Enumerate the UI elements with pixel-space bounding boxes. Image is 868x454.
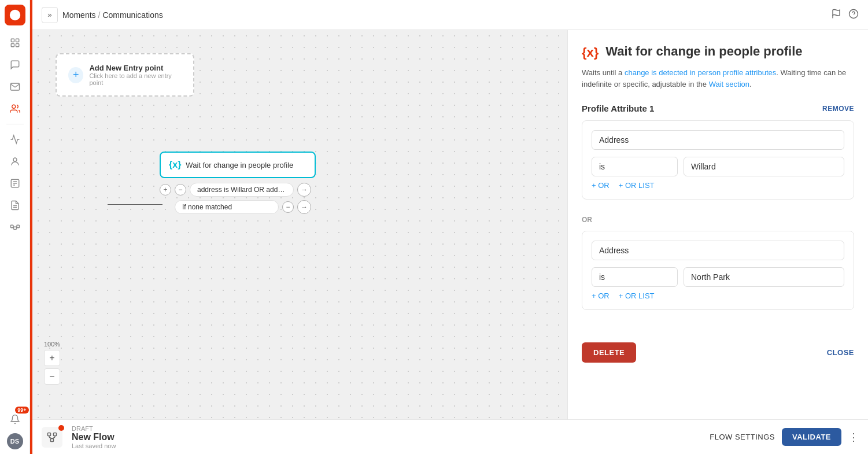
svg-rect-3 [16, 39, 19, 42]
svg-rect-24 [51, 438, 54, 441]
attribute-1-field-row: Address Email First Name Last Name Phone [592, 130, 844, 150]
delete-button[interactable]: DELETE [582, 342, 636, 363]
attribute-1-field-select-wrap: Address Email First Name Last Name Phone [592, 130, 844, 150]
branch-item-1: + − address is Willard OR address i... → [160, 183, 316, 197]
branch-remove-button-2[interactable]: − [282, 201, 294, 213]
orange-accent-bar [30, 0, 32, 454]
entry-point-text: Add New Entry point Click here to add a … [89, 64, 182, 86]
branch-arrow-2[interactable]: → [297, 200, 311, 214]
node-icon: {x} [169, 160, 181, 170]
sidebar-item-people[interactable] [3, 151, 27, 172]
validate-button[interactable]: VALIDATE [782, 428, 841, 446]
notifications-bell[interactable]: 99+ [3, 409, 27, 430]
attribute-1-title: Profile Attribute 1 [582, 104, 654, 113]
sidebar: O 99+ [0, 0, 30, 454]
sidebar-item-chat[interactable] [3, 54, 27, 75]
branch-label-2: If none matched [175, 200, 279, 214]
attribute-1-remove-link[interactable]: REMOVE [822, 105, 854, 113]
attribute-2-field-select[interactable]: Address Email First Name Last Name Phone [592, 241, 844, 260]
attribute-1-or-list-link[interactable]: + OR LIST [619, 181, 655, 190]
svg-rect-15 [17, 225, 20, 228]
attribute-2-or-list-link[interactable]: + OR LIST [619, 291, 655, 300]
expand-button[interactable]: » [42, 7, 58, 23]
profile-attribute-1-section: Profile Attribute 1 REMOVE Address Email… [582, 104, 854, 200]
chevron-icon: » [47, 10, 51, 19]
app-logo[interactable]: O [5, 5, 25, 25]
attribute-1-header: Profile Attribute 1 REMOVE [582, 104, 854, 113]
canvas-and-panel: + Add New Entry point Click here to add … [32, 30, 868, 419]
flow-icon [42, 427, 62, 448]
svg-rect-22 [48, 433, 51, 435]
sidebar-item-analytics[interactable] [3, 129, 27, 150]
panel-description: Waits until a change is detected in pers… [582, 67, 854, 90]
sidebar-item-grid[interactable] [3, 32, 27, 53]
attribute-1-field-select[interactable]: Address Email First Name Last Name Phone [592, 130, 844, 150]
panel-header: {x} Wait for change in people profile [582, 44, 854, 60]
zoom-in-button[interactable]: + [44, 350, 60, 366]
attribute-2-field-select-wrap: Address Email First Name Last Name Phone [592, 241, 844, 260]
svg-line-17 [13, 227, 14, 228]
attribute-1-value-input[interactable] [684, 157, 844, 176]
flow-node[interactable]: {x} Wait for change in people profile + … [160, 152, 316, 214]
flow-draft-label: DRAFT [72, 425, 700, 432]
sidebar-bottom: 99+ DS [3, 409, 27, 449]
user-avatar[interactable]: DS [7, 433, 23, 449]
sidebar-item-integrations[interactable] [3, 217, 27, 238]
attribute-2-condition-select-wrap: is is not contains does not contain [592, 267, 678, 287]
bottom-right: FLOW SETTINGS VALIDATE ⋮ [710, 428, 859, 446]
attribute-2-or-link[interactable]: + OR [592, 291, 610, 300]
header-right [831, 9, 859, 21]
attribute-1-condition-select[interactable]: is is not contains does not contain [592, 157, 678, 176]
attribute-1-card: Address Email First Name Last Name Phone [582, 120, 854, 200]
panel-title: Wait for change in people profile [605, 44, 802, 59]
sidebar-divider [6, 124, 24, 124]
svg-rect-16 [13, 227, 16, 230]
canvas[interactable]: + Add New Entry point Click here to add … [32, 30, 567, 419]
node-title: Wait for change in people profile [186, 161, 293, 169]
sidebar-item-forms[interactable] [3, 173, 27, 194]
sidebar-item-inbox[interactable] [3, 76, 27, 97]
svg-rect-23 [54, 433, 57, 435]
entry-point-card[interactable]: + Add New Entry point Click here to add … [56, 53, 194, 97]
svg-point-20 [849, 9, 858, 18]
attribute-2-value-input[interactable] [684, 267, 844, 287]
zoom-level: 100% [44, 341, 60, 348]
close-link[interactable]: CLOSE [827, 348, 854, 357]
zoom-controls: 100% + − [44, 341, 60, 385]
breadcrumb-current: Communications [102, 10, 162, 20]
more-options-button[interactable]: ⋮ [848, 431, 859, 444]
branch-add-button-1[interactable]: + [160, 184, 171, 195]
flow-saved-label: Last saved now [72, 442, 700, 449]
branch-item-2: If none matched − → [175, 200, 316, 214]
node-card: {x} Wait for change in people profile [160, 152, 316, 178]
notification-count: 99+ [15, 407, 28, 414]
sidebar-item-segments[interactable] [3, 98, 27, 119]
flow-settings-button[interactable]: FLOW SETTINGS [710, 433, 775, 441]
highlight-wait: Wait section [709, 80, 749, 88]
sidebar-item-reports[interactable] [3, 195, 27, 216]
flow-info: DRAFT New Flow Last saved now [72, 425, 700, 449]
right-panel: {x} Wait for change in people profile Wa… [567, 30, 868, 419]
svg-rect-2 [11, 39, 14, 42]
svg-text:O: O [12, 12, 17, 19]
help-icon[interactable] [848, 9, 859, 21]
branch-arrow-1[interactable]: → [297, 183, 311, 197]
svg-rect-14 [10, 225, 13, 228]
profile-attribute-2-section: Address Email First Name Last Name Phone [582, 231, 854, 310]
zoom-out-button[interactable]: − [44, 368, 60, 385]
connector-line [108, 204, 162, 205]
attribute-2-condition-select[interactable]: is is not contains does not contain [592, 267, 678, 287]
attribute-1-condition-select-wrap: is is not contains does not contain [592, 157, 678, 176]
attribute-1-or-link[interactable]: + OR [592, 181, 610, 190]
or-separator: OR [582, 216, 854, 224]
highlight-change: change is detected in person profile att… [625, 68, 776, 77]
branch-label-1: address is Willard OR address i... [190, 183, 294, 197]
bottom-bar: DRAFT New Flow Last saved now FLOW SETTI… [32, 419, 868, 454]
breadcrumb-moments[interactable]: Moments [62, 10, 96, 20]
flag-icon[interactable] [831, 9, 841, 21]
attribute-1-actions: + OR + OR LIST [592, 181, 844, 190]
svg-rect-4 [11, 44, 14, 47]
attribute-2-actions: + OR + OR LIST [592, 291, 844, 300]
svg-rect-5 [16, 44, 19, 47]
branch-remove-button-1[interactable]: − [175, 184, 186, 195]
